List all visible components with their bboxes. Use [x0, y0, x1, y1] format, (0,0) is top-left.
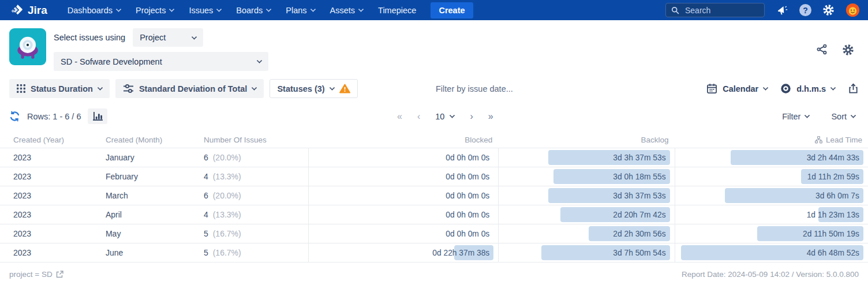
last-page-button[interactable]: » [488, 111, 493, 122]
cell-backlog: 3d 0h 18m 55s [498, 167, 674, 186]
chevron-down-icon [358, 6, 364, 12]
export-button[interactable] [848, 83, 859, 94]
controls-left: Rows: 1 - 6 / 6 [9, 108, 107, 124]
calendar-dropdown[interactable]: Calendar [706, 83, 768, 94]
announcements-button[interactable] [776, 4, 788, 17]
cell-created-month: January [100, 153, 198, 162]
create-button[interactable]: Create [431, 2, 473, 18]
sort-dropdown[interactable]: Sort [831, 112, 855, 121]
cell-backlog: 2d 2h 30m 56s [498, 224, 674, 243]
table-row[interactable]: 2023 June 5(16.7%) 0d 22h 37m 38s 3d 7h … [0, 243, 868, 262]
chart-view-button[interactable] [88, 108, 107, 124]
app-window: Jira Dashboards Projects Issues Boards P… [0, 0, 868, 285]
cell-backlog: 2d 20h 7m 42s [498, 205, 674, 224]
cell-created-month: March [100, 191, 198, 200]
table-row[interactable]: 2023 May 5(16.7%) 0d 0h 0m 0s 2d 2h 30m … [0, 224, 868, 243]
cell-number-of-issues: 5(16.7%) [198, 248, 308, 257]
refresh-button[interactable] [9, 111, 20, 122]
jira-logo-icon [10, 3, 24, 17]
global-search[interactable] [665, 3, 765, 17]
brand-text: Jira [28, 4, 47, 17]
cell-created-month: February [100, 172, 198, 181]
column-header-lead-time[interactable]: Lead Time [675, 136, 868, 144]
cell-created-month: May [100, 229, 198, 238]
table-row[interactable]: 2023 March 6(20.0%) 0d 0h 0m 0s 3d 3h 37… [0, 186, 868, 205]
cell-blocked: 0d 0h 0m 0s [308, 205, 498, 224]
filter-dropdown[interactable]: Filter [782, 112, 809, 121]
chevron-down-icon [116, 6, 122, 12]
top-navbar: Jira Dashboards Projects Issues Boards P… [0, 0, 868, 20]
column-header-blocked[interactable]: Blocked [308, 136, 498, 144]
cell-number-of-issues: 6(20.0%) [198, 191, 308, 200]
jql-link[interactable]: project = SD [9, 270, 63, 279]
gear-icon [842, 44, 854, 56]
nav-item-issues[interactable]: Issues [181, 0, 229, 20]
table-row[interactable]: 2023 February 4(13.3%) 0d 0h 0m 0s 3d 0h… [0, 167, 868, 186]
external-link-icon [56, 271, 63, 278]
report-header: Select issues using Project SD - Sofware… [0, 20, 868, 77]
table-row[interactable]: 2023 April 4(13.3%) 0d 0h 0m 0s 2d 20h 7… [0, 205, 868, 224]
avatar-icon [845, 3, 860, 17]
settings-button[interactable] [822, 4, 835, 16]
report-info: Report Date: 2024-05-09 14:02 / Version:… [682, 270, 859, 279]
user-avatar[interactable] [845, 3, 860, 17]
issue-selectors: Select issues using Project SD - Sofware… [54, 28, 268, 71]
cell-number-of-issues: 4(13.3%) [198, 172, 308, 181]
issue-date-filter[interactable]: Filter by issue date... [300, 84, 649, 93]
hierarchy-icon [815, 136, 822, 144]
timepiece-app-icon [9, 28, 46, 65]
cell-lead-time: 3d 6h 0m 7s [675, 186, 868, 205]
grid-icon [17, 84, 25, 93]
cell-backlog: 3d 3h 37m 53s [498, 186, 674, 205]
project-dropdown[interactable]: SD - Sofware Development [54, 52, 268, 71]
column-header-number-of-issues[interactable]: Number Of Issues [198, 136, 308, 144]
table-body: 2023 January 6(20.0%) 0d 0h 0m 0s 3d 3h … [0, 148, 868, 262]
first-page-button[interactable]: « [397, 111, 402, 122]
search-icon [671, 6, 679, 14]
cell-number-of-issues: 4(13.3%) [198, 210, 308, 219]
nav-item-plans[interactable]: Plans [278, 0, 322, 20]
nav-item-assets[interactable]: Assets [323, 0, 371, 20]
jql-text: project = SD [9, 270, 53, 279]
nav-item-dashboards[interactable]: Dashboards [60, 0, 128, 20]
cell-created-year: 2023 [0, 248, 100, 257]
cell-backlog: 3d 7h 50m 54s [498, 243, 674, 262]
report-settings-button[interactable] [842, 44, 854, 56]
chevron-down-icon [763, 85, 769, 91]
report-type-dropdown[interactable]: Status Duration [9, 79, 110, 98]
cell-created-month: June [100, 248, 198, 257]
chevron-down-icon [805, 112, 810, 118]
column-header-backlog[interactable]: Backlog [498, 136, 674, 144]
column-header-created-year[interactable]: Created (Year) [0, 136, 100, 144]
column-header-created-month[interactable]: Created (Month) [100, 136, 198, 144]
chevron-down-icon [257, 58, 263, 63]
share-button[interactable] [816, 44, 828, 55]
chevron-down-icon [851, 112, 856, 118]
cell-created-year: 2023 [0, 229, 100, 238]
search-input[interactable] [684, 5, 753, 16]
header-actions [816, 44, 859, 56]
cell-created-month: April [100, 210, 198, 219]
page-size-dropdown[interactable]: 10 [435, 112, 454, 121]
nav-item-projects[interactable]: Projects [128, 0, 181, 20]
help-button[interactable]: ? [799, 4, 811, 16]
prev-page-button[interactable]: ‹ [417, 111, 420, 122]
rows-count-label: Rows: 1 - 6 / 6 [27, 112, 81, 121]
report-toolbar: Status Duration Standard Deviation of To… [0, 77, 868, 98]
share-icon [816, 44, 828, 55]
gear-icon [822, 4, 835, 16]
nav-item-boards[interactable]: Boards [229, 0, 278, 20]
select-mode-dropdown[interactable]: Project [133, 28, 203, 47]
cell-backlog: 3d 3h 37m 53s [498, 148, 674, 167]
table-row[interactable]: 2023 January 6(20.0%) 0d 0h 0m 0s 3d 3h … [0, 148, 868, 167]
jira-logo[interactable]: Jira [10, 3, 47, 17]
status-duration-table: Created (Year) Created (Month) Number Of… [0, 132, 868, 262]
next-page-button[interactable]: › [470, 111, 472, 122]
time-format-dropdown[interactable]: d.h.m.s [780, 83, 835, 94]
nav-item-timepiece[interactable]: Timepiece [371, 0, 424, 20]
cell-number-of-issues: 6(20.0%) [198, 153, 308, 162]
metric-dropdown[interactable]: Standard Deviation of Total [115, 79, 264, 98]
cell-number-of-issues: 5(16.7%) [198, 229, 308, 238]
bar-chart-icon [93, 112, 103, 121]
list-controls: Rows: 1 - 6 / 6 « ‹ 10 › » [0, 98, 868, 130]
